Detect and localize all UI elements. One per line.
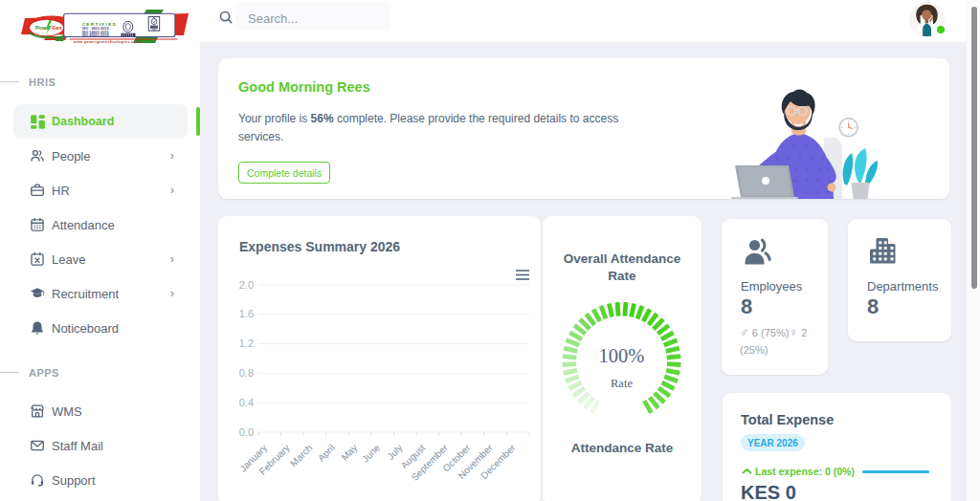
- svg-text:Rate: Rate: [611, 377, 633, 390]
- svg-text:0.8: 0.8: [239, 367, 254, 379]
- svg-text:100%: 100%: [599, 345, 645, 366]
- svg-text:0.0: 0.0: [239, 426, 254, 438]
- svg-text:1.6: 1.6: [239, 308, 254, 319]
- svg-text:www.powergentechnologies.co.ke: www.powergentechnologies.co.ke: [73, 40, 143, 44]
- svg-text:ISO 45001:2018: ISO 45001:2018: [82, 33, 109, 37]
- svg-text:0.4: 0.4: [239, 397, 254, 408]
- svg-text:July: July: [385, 443, 404, 462]
- svg-text:March: March: [288, 443, 314, 468]
- svg-text:1.2: 1.2: [239, 338, 254, 349]
- svg-text:May: May: [339, 443, 359, 463]
- svg-text:June: June: [360, 442, 382, 464]
- svg-text:2.0: 2.0: [239, 279, 254, 291]
- svg-text:Gen: Gen: [52, 25, 61, 31]
- svg-text:April: April: [316, 443, 337, 464]
